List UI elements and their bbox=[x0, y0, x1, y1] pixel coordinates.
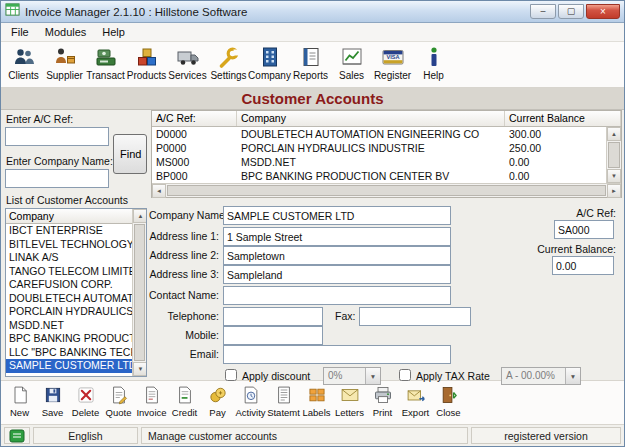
toolbar-reports[interactable]: Reports bbox=[290, 43, 331, 87]
telephone-field[interactable] bbox=[223, 307, 323, 326]
main-toolbar: Clients Supplier Transact Products Servi… bbox=[1, 42, 624, 88]
scroll-up-icon[interactable]: ▲ bbox=[607, 127, 621, 141]
find-button[interactable]: Find bbox=[113, 134, 147, 174]
activity-button[interactable]: Activity bbox=[234, 382, 267, 424]
grid-horizontal-scrollbar[interactable]: ◄ ► bbox=[152, 183, 621, 197]
content-area: Enter A/C Ref: Enter Company Name: Find … bbox=[1, 110, 624, 380]
menu-help[interactable]: Help bbox=[94, 24, 133, 40]
customer-list-item[interactable]: MSDD.NET bbox=[6, 319, 132, 333]
scroll-thumb[interactable] bbox=[134, 224, 145, 361]
delete-button[interactable]: Delete bbox=[69, 382, 102, 424]
toolbar-help[interactable]: Help bbox=[413, 43, 454, 87]
toolbar-company[interactable]: Company bbox=[249, 43, 290, 87]
minimize-button[interactable]: – bbox=[530, 4, 556, 19]
customer-list-item[interactable]: BITLEVEL TECHNOLOGY LTD bbox=[6, 238, 132, 252]
invoice-icon bbox=[142, 383, 162, 407]
table-row[interactable]: P0000 PORCLAIN HYDRAULICS INDUSTRIE 250.… bbox=[152, 141, 606, 155]
sales-icon bbox=[340, 44, 364, 70]
scroll-down-icon[interactable]: ▼ bbox=[607, 169, 621, 183]
letters-button[interactable]: Letters bbox=[333, 382, 366, 424]
customer-list-item[interactable]: LLC "BPC BANKING TECHNOL bbox=[6, 346, 132, 360]
titlebar[interactable]: Invoice Manager 2.1.10 : Hillstone Softw… bbox=[1, 1, 624, 23]
app-window: Invoice Manager 2.1.10 : Hillstone Softw… bbox=[0, 0, 625, 447]
ac-ref-field[interactable] bbox=[554, 220, 614, 239]
customer-listbox: Company IBCT ENTERPRISE BITLEVEL TECHNOL… bbox=[5, 208, 147, 377]
chevron-down-icon[interactable]: ▼ bbox=[565, 368, 580, 384]
export-button[interactable]: Export bbox=[399, 382, 432, 424]
email-field[interactable] bbox=[223, 345, 451, 364]
statement-button[interactable]: Statemt bbox=[267, 382, 300, 424]
column-company[interactable]: Company bbox=[237, 111, 505, 126]
customer-list-body: IBCT ENTERPRISE BITLEVEL TECHNOLOGY LTD … bbox=[6, 224, 146, 373]
status-version: registered version bbox=[471, 427, 621, 444]
tax-rate-dropdown[interactable]: A - 00.00% ▼ bbox=[501, 367, 581, 385]
toolbar-supplier[interactable]: Supplier bbox=[44, 43, 85, 87]
company-search-input[interactable] bbox=[5, 169, 109, 188]
print-button[interactable]: Print bbox=[366, 382, 399, 424]
page-title: Customer Accounts bbox=[242, 90, 384, 107]
customer-list-item[interactable]: PORCLAIN HYDRAULICS INDI bbox=[6, 305, 132, 319]
mobile-field[interactable] bbox=[223, 326, 323, 345]
current-balance-label: Current Balance: bbox=[537, 243, 616, 255]
apply-discount-checkbox[interactable] bbox=[225, 369, 237, 381]
scroll-left-icon[interactable]: ◄ bbox=[152, 184, 166, 198]
save-button[interactable]: Save bbox=[36, 382, 69, 424]
toolbar-clients[interactable]: Clients bbox=[3, 43, 44, 87]
customer-list-item[interactable]: TANGO TELECOM LIMITED bbox=[6, 265, 132, 279]
toolbar-sales[interactable]: Sales bbox=[331, 43, 372, 87]
close-button[interactable]: Close bbox=[432, 382, 465, 424]
table-row[interactable]: BP000 BPC BANKING PRODUCTION CENTER BV 0… bbox=[152, 169, 606, 183]
chevron-down-icon[interactable]: ▼ bbox=[365, 368, 380, 384]
toolbar-products[interactable]: Products bbox=[126, 43, 167, 87]
ac-ref-search-input[interactable] bbox=[5, 127, 109, 146]
letters-icon bbox=[340, 383, 360, 407]
invoice-button[interactable]: Invoice bbox=[135, 382, 168, 424]
discount-dropdown[interactable]: 0% ▼ bbox=[323, 367, 381, 385]
scroll-thumb[interactable] bbox=[608, 142, 620, 168]
maximize-button[interactable]: ▢ bbox=[558, 4, 584, 19]
scroll-right-icon[interactable]: ► bbox=[607, 184, 621, 198]
status-language: English bbox=[33, 427, 138, 444]
customer-list-item[interactable]: DOUBLETECH AUTOMATION bbox=[6, 292, 132, 306]
products-icon bbox=[135, 44, 159, 70]
toolbar-settings[interactable]: Settings bbox=[208, 43, 249, 87]
grid-vertical-scrollbar[interactable]: ▲ ▼ bbox=[606, 127, 621, 183]
pay-button[interactable]: Pay bbox=[201, 382, 234, 424]
fax-field[interactable] bbox=[359, 307, 471, 326]
scroll-down-icon[interactable]: ▼ bbox=[133, 362, 147, 376]
customer-list-header[interactable]: Company bbox=[6, 209, 132, 224]
customer-list-item[interactable]: SAMPLE CUSTOMER LTD bbox=[6, 359, 132, 373]
column-ac-ref[interactable]: A/C Ref: bbox=[152, 111, 237, 126]
customer-list-scrollbar[interactable]: ▲ ▼ bbox=[132, 209, 146, 376]
table-row[interactable]: D0000 DOUBLETECH AUTOMATION ENGINEERING … bbox=[152, 127, 606, 141]
customer-list-item[interactable]: IBCT ENTERPRISE bbox=[6, 224, 132, 238]
close-icon bbox=[439, 383, 459, 407]
new-button[interactable]: New bbox=[3, 382, 36, 424]
toolbar-register[interactable]: VISA Register bbox=[372, 43, 413, 87]
credit-button[interactable]: Credit bbox=[168, 382, 201, 424]
accounts-grid: A/C Ref: Company Current Balance D0000 D… bbox=[151, 110, 622, 198]
labels-button[interactable]: Labels bbox=[300, 382, 333, 424]
address-line-2-field[interactable] bbox=[223, 246, 451, 265]
customer-list-item[interactable]: BPC BANKING PRODUCTION bbox=[6, 332, 132, 346]
table-row[interactable]: MS000 MSDD.NET 0.00 bbox=[152, 155, 606, 169]
menu-file[interactable]: File bbox=[3, 24, 37, 40]
toolbar-services[interactable]: Services bbox=[167, 43, 208, 87]
close-window-button[interactable]: × bbox=[586, 4, 620, 19]
toolbar-transact[interactable]: Transact bbox=[85, 43, 126, 87]
current-balance-field[interactable] bbox=[552, 256, 614, 275]
scroll-thumb[interactable] bbox=[167, 185, 606, 196]
contact-name-field[interactable] bbox=[223, 286, 451, 305]
customer-list-item[interactable]: CAREFUSION CORP. bbox=[6, 278, 132, 292]
column-current-balance[interactable]: Current Balance bbox=[505, 111, 621, 126]
company-name-field[interactable] bbox=[223, 206, 451, 225]
customer-list-item[interactable]: LINAK A/S bbox=[6, 251, 132, 265]
quote-button[interactable]: Quote bbox=[102, 382, 135, 424]
menu-modules[interactable]: Modules bbox=[37, 24, 95, 40]
address-line-3-field[interactable] bbox=[223, 265, 451, 284]
accounts-grid-body: D0000 DOUBLETECH AUTOMATION ENGINEERING … bbox=[152, 127, 606, 183]
address-line-1-field[interactable] bbox=[223, 227, 451, 246]
services-icon bbox=[176, 44, 200, 70]
apply-tax-checkbox[interactable] bbox=[399, 369, 411, 381]
scroll-up-icon[interactable]: ▲ bbox=[133, 209, 147, 223]
